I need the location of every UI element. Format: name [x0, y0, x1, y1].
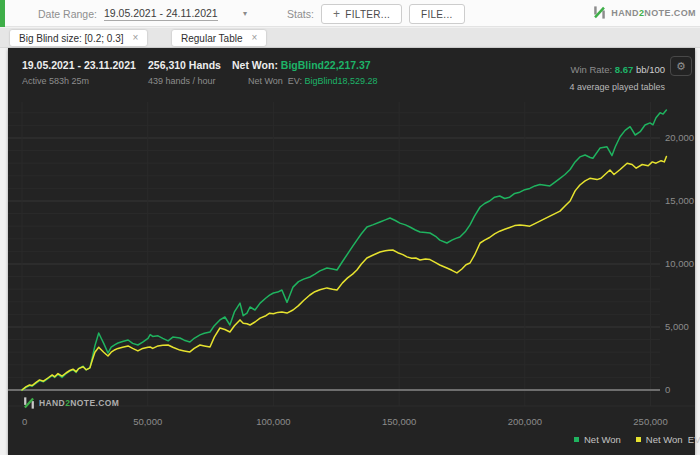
- win-rate-unit: bb/100: [633, 64, 665, 75]
- net-won-ev-line: [22, 157, 666, 391]
- tab-label: Big Blind size: [0.2; 0.3]: [19, 33, 124, 44]
- tab-big-blind-size[interactable]: Big Blind size: [0.2; 0.3] ×: [10, 30, 147, 46]
- header-date-block: 19.05.2021 - 23.11.2021 Active 583h 25m: [22, 59, 136, 86]
- net-won-label: Net Won:: [232, 59, 281, 71]
- watermark-text: HAND2NOTE.COM: [39, 398, 119, 408]
- chevron-down-icon[interactable]: ▾: [243, 9, 247, 18]
- header-winrate-block: Win Rate: 8.67 bb/100 4 average played t…: [569, 59, 665, 92]
- filter-button[interactable]: + FILTER...: [321, 4, 402, 24]
- hand2note-logo-icon: [593, 6, 606, 19]
- legend-item-net-won-ev[interactable]: Net Won EV: [636, 434, 700, 445]
- chart-watermark: HAND2NOTE.COM: [23, 397, 119, 409]
- close-icon[interactable]: ×: [133, 33, 139, 43]
- net-won-value: BigBlind22,217.37: [281, 59, 371, 71]
- report-date-range: 19.05.2021 - 23.11.2021: [22, 59, 136, 71]
- gear-icon: ⚙: [676, 60, 686, 72]
- close-icon[interactable]: ×: [252, 33, 258, 43]
- x-axis-tick-label: 100,000: [256, 416, 290, 427]
- hand2note-app: Date Range: 19.05.2021 - 24.11.2021 ▾ St…: [0, 0, 700, 455]
- x-axis-tick-label: 150,000: [382, 416, 416, 427]
- x-axis-tick-label: 250,000: [633, 416, 667, 427]
- plus-icon: +: [333, 9, 340, 19]
- x-axis-tick-label: 50,000: [133, 416, 162, 427]
- sidebar-accent-strip: [0, 0, 5, 27]
- net-won-ev-label: Net Won EV:: [248, 76, 305, 86]
- average-tables: 4 average played tables: [569, 82, 665, 92]
- report-panel: 19.05.2021 - 23.11.2021 Active 583h 25m …: [8, 48, 695, 455]
- settings-button[interactable]: ⚙: [670, 56, 692, 76]
- date-range-label: Date Range:: [38, 8, 97, 20]
- file-button[interactable]: FILE...: [409, 4, 465, 24]
- win-rate-label: Win Rate:: [570, 64, 614, 75]
- brand-logo: HAND2NOTE.COM: [593, 6, 696, 19]
- date-range-value[interactable]: 19.05.2021 - 24.11.2021: [104, 7, 218, 21]
- header-netwon-block: Net Won: BigBlind22,217.37 Net Won EV: B…: [232, 59, 378, 86]
- hand2note-logo-icon: [23, 397, 35, 409]
- net-won-ev-value: BigBlind18,529.28: [305, 76, 378, 86]
- tab-row: Big Blind size: [0.2; 0.3] × Regular Tab…: [0, 28, 700, 48]
- hands-count: 256,310 Hands: [148, 59, 221, 71]
- stats-label: Stats:: [287, 8, 314, 20]
- y-axis-tick-label: 15,000: [665, 195, 694, 206]
- tab-label: Regular Table: [181, 33, 243, 44]
- brand-text: HAND2NOTE.COM: [611, 8, 696, 18]
- filter-button-label: FILTER...: [345, 9, 390, 20]
- active-time: Active 583h 25m: [22, 76, 136, 86]
- net-won-ev-swatch: [636, 437, 641, 442]
- hands-per-hour: 439 hands / hour: [148, 76, 221, 86]
- y-axis-tick-label: 0: [665, 384, 670, 395]
- y-axis-tick-label: 5,000: [665, 321, 689, 332]
- y-axis-tick-label: 10,000: [665, 258, 694, 269]
- x-axis-tick-label: 200,000: [508, 416, 542, 427]
- x-axis-tick-label: 0: [22, 416, 27, 427]
- file-button-label: FILE...: [421, 9, 453, 20]
- chart-legend: Net Won Net Won EV: [574, 434, 700, 445]
- legend-item-net-won[interactable]: Net Won: [574, 434, 621, 445]
- top-bar: Date Range: 19.05.2021 - 24.11.2021 ▾ St…: [0, 0, 700, 27]
- header-hands-block: 256,310 Hands 439 hands / hour: [148, 59, 221, 86]
- y-axis-tick-label: 20,000: [665, 132, 694, 143]
- win-rate-value: 8.67: [615, 64, 634, 75]
- tab-regular-table[interactable]: Regular Table ×: [172, 30, 266, 46]
- net-won-swatch: [574, 437, 579, 442]
